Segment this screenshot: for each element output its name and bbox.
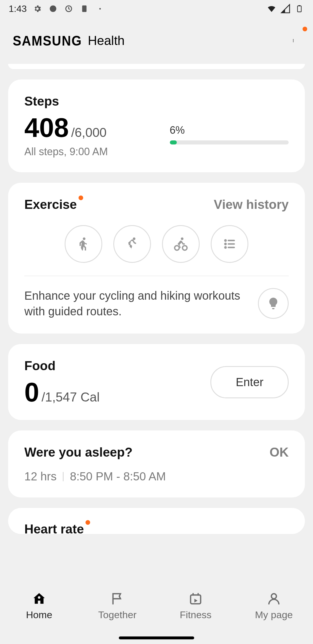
previous-card-sliver: [8, 64, 305, 69]
brand-label: SAMSUNG: [13, 33, 82, 49]
svg-point-5: [293, 39, 294, 40]
heart-rate-title: Heart rate: [24, 522, 84, 534]
food-title: Food: [24, 359, 56, 373]
steps-goal: 6,000: [75, 125, 107, 140]
svg-rect-4: [299, 5, 301, 6]
sim-icon: [79, 4, 89, 14]
app-name-label: Health: [88, 33, 125, 48]
sleep-title: Were you asleep?: [24, 445, 132, 460]
nav-home[interactable]: Home: [0, 591, 78, 621]
svg-point-0: [50, 6, 57, 12]
fitness-icon: [188, 591, 204, 607]
nav-together-label: Together: [98, 609, 137, 621]
svg-marker-20: [194, 599, 198, 603]
svg-point-10: [175, 246, 179, 250]
svg-point-15: [225, 243, 226, 245]
svg-point-21: [271, 594, 276, 599]
steps-goal-prefix: /: [71, 125, 75, 140]
steps-value: 408: [24, 114, 69, 141]
app-title: SAMSUNG Health: [13, 33, 125, 48]
svg-point-8: [83, 238, 85, 240]
sleep-range: 8:50 PM - 8:50 AM: [70, 470, 166, 483]
svg-point-11: [183, 246, 187, 250]
app-notification-icon-2: [64, 4, 74, 14]
divider: [24, 276, 289, 276]
notification-dot-icon: [303, 27, 307, 31]
running-exercise-button[interactable]: [113, 225, 151, 263]
status-bar: 1:43 •: [0, 0, 313, 17]
cycling-exercise-button[interactable]: [162, 225, 200, 263]
walking-exercise-button[interactable]: [65, 225, 102, 263]
status-time: 1:43: [9, 3, 27, 14]
nav-mypage[interactable]: My page: [235, 591, 313, 621]
svg-point-12: [181, 238, 183, 240]
view-history-button[interactable]: View history: [214, 197, 289, 212]
steps-title: Steps: [24, 94, 59, 108]
app-notification-icon-1: [48, 4, 58, 14]
bottom-nav: Home Together Fitness My page: [0, 586, 313, 644]
exercise-tip-text: Enhance your cycling and hiking workouts…: [24, 288, 249, 319]
sleep-ok-button[interactable]: OK: [270, 445, 289, 460]
svg-point-6: [293, 40, 294, 41]
food-goal-prefix: /: [41, 390, 45, 404]
lightbulb-tip-button[interactable]: [258, 288, 289, 319]
home-icon: [31, 591, 47, 607]
food-enter-button[interactable]: Enter: [210, 366, 289, 398]
sleep-card[interactable]: Were you asleep? OK 12 hrs 8:50 PM - 8:5…: [8, 430, 305, 498]
gesture-bar[interactable]: [119, 636, 194, 639]
dot-icon: •: [95, 4, 105, 14]
main-content: Steps 408 /6,000 All steps, 9:00 AM 6%: [0, 64, 313, 534]
flag-icon: [109, 591, 125, 607]
exercise-card[interactable]: Exercise View history Enhance your cycli…: [8, 183, 305, 334]
svg-rect-2: [82, 6, 87, 12]
steps-progress-fill: [170, 140, 177, 144]
svg-point-9: [133, 238, 135, 240]
gear-icon: [32, 4, 42, 14]
steps-card[interactable]: Steps 408 /6,000 All steps, 9:00 AM 6%: [8, 79, 305, 172]
svg-point-17: [225, 247, 226, 248]
nav-mypage-label: My page: [255, 609, 293, 621]
steps-percent-label: 6%: [170, 124, 289, 136]
heart-rate-card[interactable]: Heart rate: [8, 508, 305, 534]
separator: [63, 472, 63, 481]
food-value: 0: [24, 379, 39, 406]
steps-subtext: All steps, 9:00 AM: [24, 146, 170, 158]
exercise-title: Exercise: [24, 197, 77, 212]
sleep-duration: 12 hrs: [24, 470, 57, 483]
nav-together[interactable]: Together: [78, 591, 156, 621]
svg-rect-3: [298, 6, 301, 12]
svg-rect-19: [191, 595, 201, 604]
signal-icon: [281, 4, 290, 14]
nav-fitness-label: Fitness: [180, 609, 212, 621]
person-icon: [266, 591, 282, 607]
more-options-button[interactable]: [286, 34, 300, 48]
food-goal: 1,547 Cal: [45, 390, 99, 404]
battery-icon: [294, 4, 304, 14]
svg-point-7: [293, 41, 294, 42]
wifi-icon: [267, 4, 276, 14]
nav-home-label: Home: [26, 609, 52, 621]
app-header: SAMSUNG Health: [0, 17, 313, 64]
nav-fitness[interactable]: Fitness: [156, 591, 235, 621]
steps-progress-bar: [170, 140, 289, 144]
food-card[interactable]: Food 0 /1,547 Cal Enter: [8, 344, 305, 420]
svg-point-13: [225, 240, 226, 241]
more-exercises-button[interactable]: [211, 225, 248, 263]
